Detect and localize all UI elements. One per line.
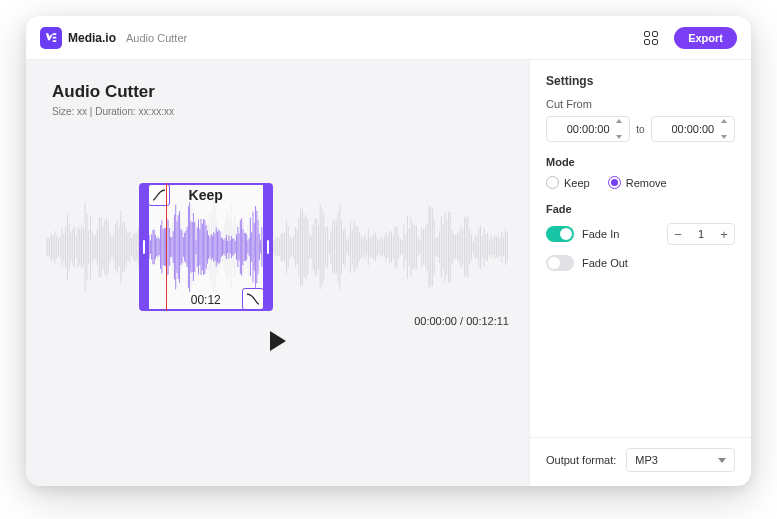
main-area: Audio Cutter Size: xx | Duration: xx:xx:…: [26, 60, 529, 486]
current-time: 00:00:00: [414, 315, 457, 327]
fade-in-label: Fade In: [582, 228, 619, 240]
cut-to-input[interactable]: 00:00:00: [651, 116, 735, 142]
fade-in-toggle[interactable]: [546, 226, 574, 242]
radio-icon: [608, 176, 621, 189]
mode-remove-option[interactable]: Remove: [608, 176, 667, 189]
waveform-background: [46, 197, 509, 297]
to-step-up[interactable]: [721, 119, 727, 123]
fade-label: Fade: [546, 203, 735, 215]
logo-icon: [40, 27, 62, 49]
fade-out-label: Fade Out: [582, 257, 628, 269]
export-button[interactable]: Export: [674, 27, 737, 49]
output-format-select[interactable]: MP3: [626, 448, 735, 472]
chevron-down-icon: [718, 458, 726, 463]
apps-grid-icon[interactable]: [642, 29, 660, 47]
selection-handle-left[interactable]: [143, 240, 145, 254]
to-step-down[interactable]: [721, 135, 727, 139]
settings-panel: Settings Cut From 00:00:00 to 00:00:00 M…: [529, 60, 751, 486]
breadcrumb: Audio Cutter: [126, 32, 187, 44]
output-format-label: Output format:: [546, 454, 616, 466]
playhead[interactable]: [166, 183, 167, 311]
from-step-down[interactable]: [616, 135, 622, 139]
mode-keep-option[interactable]: Keep: [546, 176, 590, 189]
fade-out-toggle[interactable]: [546, 255, 574, 271]
time-display: 00:00:00 / 00:12:11: [46, 315, 509, 327]
file-meta: Size: xx | Duration: xx:xx:xx: [52, 106, 509, 117]
to-label: to: [636, 124, 644, 135]
selection-handle-right[interactable]: [267, 240, 269, 254]
brand-name: Media.io: [68, 31, 116, 45]
fade-in-increment[interactable]: +: [714, 224, 734, 244]
app-window: Media.io Audio Cutter Export Audio Cutte…: [26, 16, 751, 486]
fade-in-value: 1: [688, 228, 714, 240]
fade-in-decrement[interactable]: −: [668, 224, 688, 244]
total-time: 00:12:11: [466, 315, 509, 327]
radio-icon: [546, 176, 559, 189]
topbar: Media.io Audio Cutter Export: [26, 16, 751, 60]
from-step-up[interactable]: [616, 119, 622, 123]
cut-from-input[interactable]: 00:00:00: [546, 116, 630, 142]
selection-duration: 00:12: [174, 291, 238, 309]
selection-box[interactable]: Keep 00:12: [139, 183, 273, 311]
fade-in-stepper: − 1 +: [667, 223, 735, 245]
settings-heading: Settings: [546, 74, 735, 88]
play-button[interactable]: [270, 331, 286, 351]
mode-label: Mode: [546, 156, 735, 168]
waveform-region[interactable]: Keep 00:12: [46, 197, 509, 297]
cut-from-label: Cut From: [546, 98, 735, 110]
page-title: Audio Cutter: [52, 82, 509, 102]
